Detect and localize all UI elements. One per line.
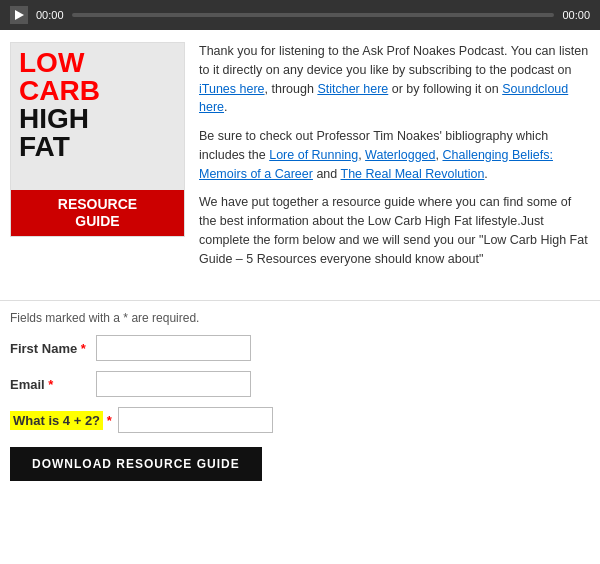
required-note: Fields marked with a * are required. [10, 311, 590, 325]
first-name-label: First Name * [10, 341, 90, 356]
description-para2: Be sure to check out Professor Tim Noake… [199, 127, 590, 183]
captcha-question: What is 4 + 2? [10, 411, 103, 430]
form-section: Fields marked with a * are required. Fir… [0, 311, 600, 507]
book-resource-label: RESOURCE [19, 196, 176, 213]
email-label: Email * [10, 377, 90, 392]
book-title-high: HIGH [19, 105, 176, 133]
itunes-link[interactable]: iTunes here [199, 82, 265, 96]
book-cover: LOW CARB HIGH FAT RESOURCE GUIDE [10, 42, 185, 237]
waterlogged-link[interactable]: Waterlogged [365, 148, 435, 162]
download-button[interactable]: DOWNLOAD RESOURCE GUIDE [10, 447, 262, 481]
first-name-input[interactable] [96, 335, 251, 361]
description-para1: Thank you for listening to the Ask Prof … [199, 42, 590, 117]
book-cover-top: LOW CARB HIGH FAT [11, 43, 184, 190]
divider [0, 300, 600, 301]
email-required: * [48, 377, 53, 392]
book-title-carb: CARB [19, 77, 176, 105]
stitcher-link[interactable]: Stitcher here [317, 82, 388, 96]
main-content: LOW CARB HIGH FAT RESOURCE GUIDE Thank y… [0, 30, 600, 290]
audio-time-end: 00:00 [562, 9, 590, 21]
captcha-required: * [107, 413, 112, 428]
book-cover-bottom: RESOURCE GUIDE [11, 190, 184, 236]
play-icon [15, 10, 24, 20]
description-para3: We have put together a resource guide wh… [199, 193, 590, 268]
captcha-label: What is 4 + 2? * [10, 413, 112, 428]
first-name-required: * [81, 341, 86, 356]
first-name-row: First Name * [10, 335, 590, 361]
email-row: Email * [10, 371, 590, 397]
audio-progress-bar[interactable] [72, 13, 555, 17]
audio-player: 00:00 00:00 [0, 0, 600, 30]
audio-time-start: 00:00 [36, 9, 64, 21]
captcha-input[interactable] [118, 407, 273, 433]
realmeal-link[interactable]: The Real Meal Revolution [341, 167, 485, 181]
lore-link[interactable]: Lore of Running [269, 148, 358, 162]
book-title-low: LOW [19, 49, 176, 77]
email-input[interactable] [96, 371, 251, 397]
submit-row: DOWNLOAD RESOURCE GUIDE [10, 443, 590, 481]
captcha-row: What is 4 + 2? * [10, 407, 590, 433]
book-title-fat: FAT [19, 133, 176, 161]
play-button[interactable] [10, 6, 28, 24]
book-guide-label: GUIDE [19, 213, 176, 230]
description-section: Thank you for listening to the Ask Prof … [199, 42, 590, 278]
